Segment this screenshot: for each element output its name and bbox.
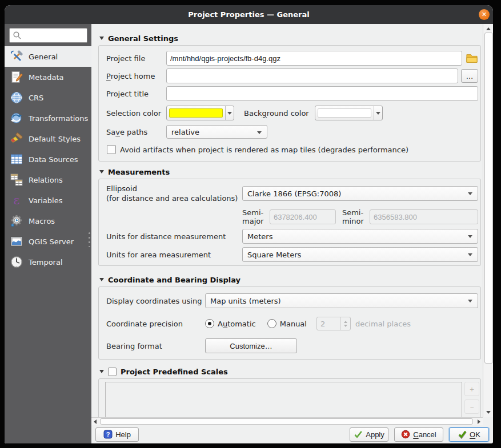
sidebar-item-metadata[interactable]: Metadata [5, 67, 91, 87]
close-button[interactable]: ✕ [479, 9, 490, 20]
sidebar-item-label: CRS [29, 94, 43, 102]
relations-icon [10, 173, 23, 187]
collapse-triangle-icon [99, 278, 104, 281]
sidebar-item-relations[interactable]: Relations [5, 169, 91, 190]
ellipsoid-combo[interactable]: Clarke 1866 (EPSG:7008) [242, 186, 478, 201]
display-coordinates-label: Display coordinates using [106, 297, 205, 305]
sidebar-item-label: Transformations [29, 114, 88, 123]
area-units-value: Square Meters [247, 251, 301, 259]
predefined-scales-checkbox[interactable] [108, 368, 117, 376]
sidebar-item-temporal[interactable]: Temporal [5, 252, 91, 272]
scales-list[interactable] [105, 382, 462, 417]
remove-scale-button: － [464, 399, 479, 414]
help-icon: ? [103, 430, 113, 439]
vertical-scrollbar-thumb[interactable] [484, 33, 493, 364]
ellipsoid-value: Clarke 1866 (EPSG:7008) [247, 189, 341, 198]
distance-units-label: Units for distance measurement [106, 232, 242, 241]
distance-units-combo[interactable]: Meters [242, 229, 478, 244]
tools-icon [10, 50, 23, 63]
cancel-button[interactable]: Cancel [394, 427, 443, 442]
customize-button[interactable]: Customize… [205, 338, 297, 353]
splitter-handle[interactable] [89, 232, 90, 247]
server-map-icon [10, 235, 23, 248]
sidebar-item-general[interactable]: General [5, 46, 91, 67]
button-box: ? Help Apply Cancel OK [91, 425, 493, 443]
sidebar-item-default-styles[interactable]: Default Styles [5, 128, 91, 149]
project-title-input[interactable] [166, 86, 478, 101]
save-paths-label: Save paths [106, 128, 166, 136]
sidebar-item-label: Macros [29, 217, 55, 225]
selection-color-button[interactable] [166, 106, 234, 120]
svg-text:ε: ε [14, 193, 20, 207]
plus-icon: ＋ [468, 384, 476, 394]
automatic-label: Automatic [218, 320, 256, 328]
manual-label: Manual [280, 320, 307, 328]
chevron-down-icon[interactable] [225, 106, 234, 120]
folder-open-icon[interactable] [466, 53, 478, 64]
scroll-up-icon[interactable] [486, 27, 491, 30]
section-header-predefined-scales[interactable]: Project Predefined Scales [99, 366, 480, 377]
clock-icon [10, 255, 23, 269]
sidebar-item-transformations[interactable]: Transformations [5, 108, 91, 128]
save-paths-combo[interactable]: relative [166, 125, 267, 139]
semi-major-label: Semi-major [242, 208, 265, 225]
semi-minor-input [370, 209, 478, 224]
gear-play-icon [10, 214, 23, 228]
search-icon [13, 31, 22, 40]
sidebar-item-label: Variables [29, 196, 62, 205]
sidebar-item-label: Default Styles [29, 135, 81, 143]
sidebar-item-crs[interactable]: CRS [5, 87, 91, 108]
add-scale-button: ＋ [464, 382, 479, 396]
area-units-combo[interactable]: Square Meters [242, 247, 478, 262]
selection-color-swatch [169, 108, 223, 118]
semi-minor-label: Semi-minor [342, 208, 365, 225]
sidebar-item-macros[interactable]: Macros [5, 211, 91, 231]
apply-button[interactable]: Apply [350, 427, 388, 442]
project-home-label: Project home [106, 72, 166, 80]
selection-color-label: Selection color [106, 109, 166, 118]
horizontal-scrollbar[interactable] [91, 417, 483, 425]
project-file-input[interactable] [166, 51, 462, 66]
distance-units-value: Meters [247, 232, 272, 241]
scroll-right-icon[interactable] [478, 419, 480, 424]
sidebar-item-variables[interactable]: ε Variables [5, 190, 91, 211]
sidebar-item-qgis-server[interactable]: QGIS Server [5, 231, 91, 252]
sidebar-item-label: Temporal [29, 258, 63, 267]
sidebar-item-label: QGIS Server [29, 237, 74, 246]
area-units-label: Units for area measurement [106, 251, 242, 259]
background-color-button[interactable] [315, 106, 383, 120]
measurements-frame: Ellipsoid (for distance and area calcula… [98, 179, 481, 266]
section-header-general-settings[interactable]: General Settings [99, 33, 480, 43]
avoid-artifacts-checkbox[interactable] [107, 145, 116, 154]
scroll-left-icon[interactable] [94, 419, 97, 424]
ellipsis-icon: … [466, 72, 474, 80]
transform-globe-icon [10, 111, 23, 125]
minus-icon: － [468, 402, 476, 412]
settings-scroll-area: General Settings Project file Project ho… [91, 24, 483, 417]
chevron-down-icon[interactable] [374, 106, 382, 120]
ellipsoid-label: Ellipsoid (for distance and area calcula… [106, 184, 242, 203]
scroll-down-icon[interactable] [486, 411, 491, 414]
project-home-input[interactable] [166, 68, 458, 83]
vertical-scrollbar[interactable] [483, 24, 493, 417]
table-icon [10, 152, 23, 166]
decimal-places-label: decimal places [355, 320, 411, 328]
ok-button[interactable]: OK [449, 427, 489, 442]
sidebar-item-label: Relations [29, 176, 63, 184]
automatic-radio[interactable] [205, 319, 214, 328]
globe-icon [10, 91, 23, 104]
display-coordinates-combo[interactable]: Map units (meters) [205, 293, 478, 308]
section-header-measurements[interactable]: Measurements [99, 167, 480, 177]
help-button[interactable]: ? Help [95, 427, 139, 442]
sidebar-item-data-sources[interactable]: Data Sources [5, 149, 91, 169]
general-settings-frame: Project file Project home … [98, 45, 481, 162]
save-paths-value: relative [171, 128, 199, 136]
manual-radio[interactable] [267, 319, 276, 328]
coordinate-display-frame: Display coordinates using Map units (met… [98, 286, 481, 360]
sidebar-item-label: General [29, 53, 58, 61]
metadata-icon [10, 70, 23, 84]
horizontal-scrollbar-thumb[interactable] [100, 418, 473, 425]
project-home-browse-button[interactable]: … [461, 69, 478, 83]
decimal-places-value: 2 [317, 317, 340, 330]
section-header-coordinate-display[interactable]: Coordinate and Bearing Display [99, 275, 480, 285]
